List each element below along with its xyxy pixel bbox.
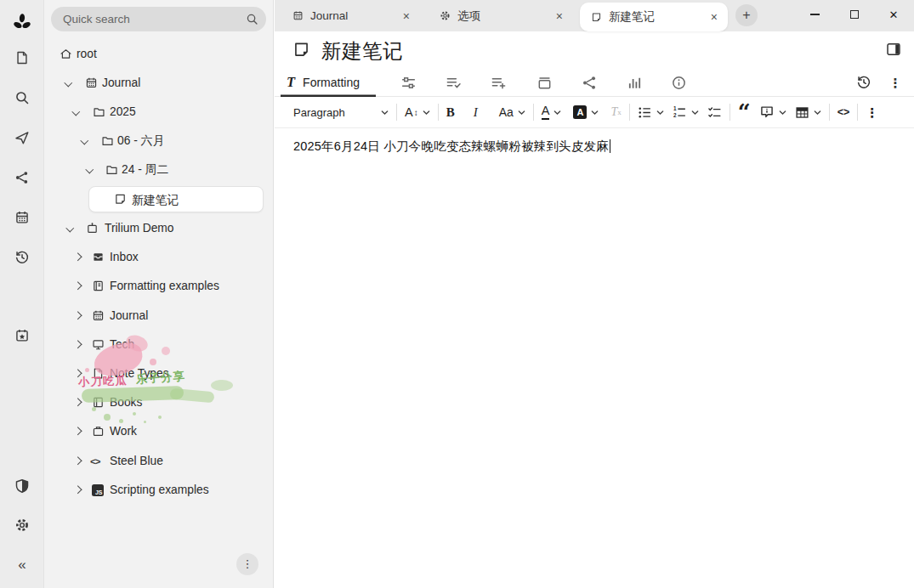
close-tab-button[interactable]: ×	[709, 10, 719, 24]
quick-search-input[interactable]	[51, 7, 266, 31]
ribbon-tab-inherited-attributes[interactable]	[490, 74, 507, 91]
tree-item-label: Journal	[110, 303, 148, 329]
bullet-list-icon	[638, 105, 652, 120]
close-tab-button[interactable]: ×	[554, 9, 565, 23]
tree-item-formatting-examples[interactable]: Formatting examples	[44, 274, 273, 299]
share-network-icon	[14, 170, 30, 185]
activity-bar: «	[0, 0, 44, 588]
tree-item-journal-demo[interactable]: Journal	[44, 303, 273, 329]
chevron-right-icon[interactable]	[74, 427, 82, 435]
font-size-dropdown[interactable]: A↕	[405, 105, 430, 119]
note-editor[interactable]: 2025年6月24日 小刀今晚吃变态辣螺蛳粉被辣到头皮发麻	[275, 129, 914, 588]
today-button[interactable]	[12, 325, 32, 346]
chevron-right-icon[interactable]	[74, 486, 82, 494]
gear-icon	[440, 10, 451, 21]
note-title[interactable]: 新建笔记	[321, 37, 403, 65]
ribbon-tab-note-info[interactable]	[670, 74, 687, 91]
js-icon: JS	[92, 484, 104, 496]
chevron-down-icon	[591, 109, 599, 116]
ribbon-tab-note-map[interactable]	[581, 74, 598, 91]
block-quote-button[interactable]: “	[738, 103, 751, 122]
note-revisions-button[interactable]	[855, 74, 872, 91]
tree-item-06-june[interactable]: 06 - 六月	[44, 128, 273, 154]
ribbon-tab-owned-attributes[interactable]	[445, 74, 462, 91]
divider	[729, 104, 730, 121]
tab-options[interactable]: 选项 ×	[429, 0, 573, 31]
maximize-button[interactable]	[846, 6, 863, 23]
bullet-list-dropdown[interactable]	[638, 105, 664, 120]
close-window-button[interactable]: ✕	[885, 6, 902, 23]
split-view-icon[interactable]	[886, 42, 901, 57]
italic-button[interactable]: I	[474, 105, 491, 120]
admonition-dropdown[interactable]	[759, 105, 786, 120]
remove-format-sub: x	[617, 108, 622, 116]
remove-format-icon: T	[610, 105, 617, 119]
tree-item-scripting-examples[interactable]: JS Scripting examples	[44, 478, 273, 503]
chevron-down-icon	[518, 109, 525, 116]
font-size-arrow-icon: ↕	[414, 108, 418, 117]
code-block-button[interactable]: <>	[837, 106, 850, 118]
tree-item-books[interactable]: Books	[44, 390, 273, 416]
tree-item-journal[interactable]: Journal	[44, 71, 273, 96]
chevron-down-icon[interactable]	[65, 79, 72, 87]
chevron-right-icon[interactable]	[74, 312, 82, 319]
ribbon-tab-basic-properties[interactable]	[400, 74, 417, 91]
tab-journal[interactable]: Journal ×	[281, 0, 420, 31]
remove-format-button-disabled[interactable]: Tx	[610, 105, 621, 119]
close-tab-button[interactable]: ×	[401, 9, 412, 23]
todo-list-button[interactable]	[707, 105, 722, 120]
chevron-right-icon[interactable]	[74, 282, 82, 290]
toolbar-more-button[interactable]: ⋮	[866, 106, 878, 119]
more-vertical-icon: ⋮	[889, 76, 902, 89]
tree-item-steel-blue[interactable]: <> Steel Blue	[44, 449, 273, 474]
maximize-icon	[850, 10, 859, 19]
jump-to-note-button[interactable]	[12, 127, 32, 148]
paragraph-style-dropdown[interactable]: Paragraph	[293, 106, 389, 119]
chevron-right-icon[interactable]	[74, 457, 82, 465]
search-button[interactable]	[12, 88, 32, 108]
tab-new-note-active[interactable]: 新建笔记 ×	[580, 3, 728, 31]
divider	[829, 104, 830, 121]
bold-button[interactable]: B	[446, 105, 465, 120]
ribbon-tab-similar-notes[interactable]	[626, 74, 643, 91]
collapse-tree-button[interactable]: «	[12, 554, 32, 574]
tree-item-work[interactable]: Work	[44, 419, 273, 444]
recent-changes-button[interactable]	[12, 247, 32, 268]
new-note-button[interactable]	[12, 48, 32, 68]
chevron-down-icon[interactable]	[66, 224, 74, 232]
chevron-right-icon[interactable]	[74, 399, 82, 406]
ribbon-tab-formatting[interactable]: T Formatting	[281, 68, 376, 97]
numbered-list-dropdown[interactable]	[673, 105, 699, 120]
chevron-right-icon[interactable]	[74, 370, 82, 377]
text-case-dropdown[interactable]: Aa	[499, 105, 525, 119]
insert-table-dropdown[interactable]	[795, 105, 821, 120]
settings-button[interactable]	[12, 515, 32, 535]
minimize-button[interactable]	[806, 6, 823, 23]
tree-item-tech[interactable]: Tech	[44, 332, 273, 358]
trilium-window: « root Journal 2025 06 - 六月 24 - 周二	[0, 0, 914, 588]
tree-more-button[interactable]: ⋮	[236, 553, 258, 575]
protected-session-button[interactable]	[12, 476, 32, 496]
tree-item-2025[interactable]: 2025	[44, 99, 273, 125]
tree-item-root[interactable]: root	[44, 42, 273, 67]
note-actions-button[interactable]: ⋮	[887, 74, 904, 91]
chevron-down-icon[interactable]	[72, 108, 80, 116]
chevron-down-icon[interactable]	[86, 166, 94, 173]
background-color-dropdown[interactable]: A	[573, 105, 599, 119]
collapse-icon: «	[18, 557, 26, 572]
note-map-button[interactable]	[12, 167, 32, 188]
font-color-dropdown[interactable]: A	[542, 105, 562, 120]
tree-item-new-note-selected[interactable]: 新建笔记	[88, 186, 264, 212]
calendar-button[interactable]	[12, 207, 32, 228]
chevron-right-icon[interactable]	[74, 253, 82, 261]
tree-item-label: Note Types	[110, 361, 169, 387]
tree-item-24-tuesday[interactable]: 24 - 周二	[44, 157, 273, 183]
ribbon-tab-note-paths[interactable]	[536, 74, 553, 91]
tree-item-trilium-demo[interactable]: Trilium Demo	[44, 216, 273, 241]
list-check-icon	[446, 75, 462, 91]
tree-item-inbox[interactable]: Inbox	[44, 245, 273, 270]
chevron-down-icon[interactable]	[81, 137, 88, 144]
new-tab-button[interactable]: +	[735, 4, 758, 26]
tree-item-note-types[interactable]: Note Types	[44, 361, 273, 387]
chevron-right-icon[interactable]	[74, 341, 82, 348]
